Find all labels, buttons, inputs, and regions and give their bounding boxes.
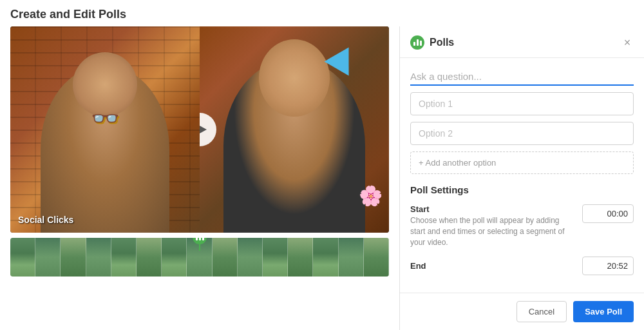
add-option-button[interactable]: + Add another option	[410, 151, 634, 174]
start-desc: Choose when the poll will appear by addi…	[410, 215, 574, 248]
social-clicks-label: Social Clicks	[18, 215, 73, 225]
timeline-frame	[35, 238, 61, 277]
timeline-frame	[238, 238, 263, 277]
person-right	[223, 59, 365, 233]
timeline-frame	[263, 238, 288, 277]
end-setting-row: End	[410, 257, 634, 275]
panel-footer: Cancel Save Poll	[400, 293, 644, 330]
flower-sticker: 🌸	[359, 184, 383, 207]
poll-settings-title: Poll Settings	[410, 184, 634, 195]
timeline-frame	[162, 238, 187, 277]
bar1	[196, 238, 198, 240]
option2-input[interactable]	[410, 122, 634, 145]
start-label: Start	[410, 204, 574, 214]
bar3	[420, 41, 422, 46]
polls-icon	[410, 35, 424, 50]
bar2	[417, 39, 419, 46]
bar1	[413, 42, 415, 46]
end-time-input[interactable]	[582, 257, 634, 275]
timeline-frame	[111, 238, 137, 277]
poll-marker-icon	[193, 238, 207, 244]
option1-input[interactable]	[410, 92, 634, 115]
start-time-input[interactable]	[582, 204, 634, 223]
timeline-frame	[339, 238, 364, 277]
bar2	[199, 238, 201, 240]
cancel-button[interactable]: Cancel	[516, 301, 567, 322]
timeline-frame	[10, 238, 35, 277]
end-label: End	[410, 261, 574, 271]
save-poll-button[interactable]: Save Poll	[573, 301, 634, 322]
question-input[interactable]	[410, 68, 634, 86]
video-timeline[interactable]	[10, 238, 389, 277]
right-panel: Polls × + Add another option Poll Settin…	[399, 26, 644, 330]
glasses-sticker: 👓	[91, 105, 120, 132]
start-label-area: Start Choose when the poll will appear b…	[410, 204, 574, 248]
panel-header: Polls ×	[400, 26, 644, 58]
poll-icon-bars	[196, 238, 204, 240]
bar3	[202, 238, 204, 240]
poll-marker	[193, 238, 207, 251]
play-icon	[200, 123, 207, 136]
timeline-frame	[86, 238, 111, 277]
play-button[interactable]	[200, 113, 216, 146]
timeline-frame	[137, 238, 162, 277]
video-player[interactable]: 👓 Social Clicks 🌸	[10, 26, 389, 233]
timeline-frame	[288, 238, 313, 277]
close-button[interactable]: ×	[621, 36, 634, 49]
panel-title-area: Polls	[410, 35, 454, 50]
poll-marker-line	[199, 244, 200, 251]
page-title: Create and Edit Polls	[0, 0, 644, 26]
video-right-half: 🌸	[200, 26, 389, 233]
timeline-frame	[313, 238, 338, 277]
timeline-frame	[364, 238, 389, 277]
person-left	[41, 65, 169, 233]
start-setting-row: Start Choose when the poll will appear b…	[410, 204, 634, 248]
timeline-frame	[61, 238, 86, 277]
timeline-frame	[213, 238, 238, 277]
left-panel: 👓 Social Clicks 🌸	[0, 26, 399, 330]
video-left-half: 👓 Social Clicks	[10, 26, 200, 233]
polls-icon-bars	[413, 39, 422, 46]
polls-title: Polls	[430, 37, 454, 48]
panel-body: + Add another option Poll Settings Start…	[400, 58, 644, 293]
